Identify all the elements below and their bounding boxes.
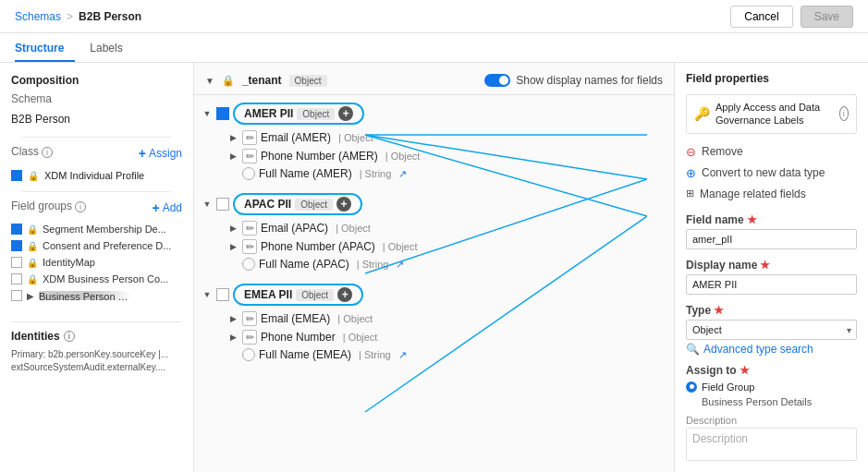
- expand-emea-phone-icon[interactable]: ▶: [227, 332, 238, 343]
- breadcrumb-separator: >: [67, 10, 73, 23]
- breadcrumb-current: B2B Person: [79, 10, 141, 23]
- emea-fullname-name: Full Name (EMEA): [259, 348, 351, 361]
- description-input[interactable]: Description: [686, 428, 857, 461]
- expand-amer-icon[interactable]: ▼: [202, 108, 213, 119]
- remove-icon: ⊖: [686, 145, 696, 159]
- manage-action[interactable]: ⊞ Manage related fields: [686, 184, 857, 204]
- field-groups-row: Field groups i + Add: [11, 200, 182, 216]
- display-names-toggle[interactable]: [484, 74, 510, 87]
- fg-item-4[interactable]: ▶ Business Person D...: [11, 288, 182, 303]
- amer-phone-field-icon: ✏: [242, 149, 257, 163]
- fg-item-2[interactable]: 🔒 IdentityMap: [11, 255, 182, 270]
- amer-group-oval[interactable]: AMER PII Object +: [233, 103, 364, 125]
- convert-action[interactable]: ⊕ Convert to new data type: [686, 163, 857, 184]
- assign-to-required: ★: [740, 364, 750, 377]
- type-select[interactable]: Object String Integer Boolean: [686, 320, 857, 340]
- right-panel: Field properties 🔑 Apply Access and Data…: [674, 63, 868, 472]
- center-panel: ▼ 🔒 _tenant Object Show display names fo…: [194, 63, 674, 472]
- apac-group-oval[interactable]: APAC PII Object +: [233, 193, 362, 215]
- field-name-input[interactable]: [686, 229, 857, 249]
- fg-checkbox-4[interactable]: [11, 290, 22, 301]
- remove-action[interactable]: ⊖ Remove: [686, 141, 857, 163]
- display-name-input[interactable]: [686, 274, 857, 295]
- apac-type-badge: Object: [295, 199, 333, 211]
- expand-emea-email-icon[interactable]: ▶: [227, 313, 238, 324]
- fg-item-3[interactable]: 🔒 XDM Business Person Co...: [11, 272, 182, 286]
- identity-ext: extSourceSystemAudit.externalKey....: [11, 361, 182, 374]
- cancel-button[interactable]: Cancel: [730, 6, 792, 28]
- lock-icon: 🔒: [28, 171, 39, 181]
- fg-label-4: Business Person D...: [39, 291, 131, 300]
- emea-email-type: | Object: [337, 313, 373, 324]
- amer-phone-type: | Object: [385, 151, 421, 162]
- fg-expand-4: ▶: [27, 291, 34, 301]
- emea-add-button[interactable]: +: [337, 287, 352, 302]
- center-header-left: ▼ 🔒 _tenant Object: [205, 74, 327, 87]
- assign-button[interactable]: + Assign: [139, 146, 182, 161]
- class-checkbox[interactable]: [11, 170, 22, 181]
- schema-name: B2B Person: [11, 109, 182, 129]
- type-section: Type ★ Object String Integer Boolean: [686, 304, 857, 340]
- expand-apac-phone-icon[interactable]: ▶: [227, 241, 238, 252]
- fg-label-2: IdentityMap: [43, 257, 95, 268]
- field-group-value: Business Person Details: [686, 394, 857, 409]
- save-button[interactable]: Save: [801, 6, 853, 28]
- fg-item-0[interactable]: 🔒 Segment Membership De...: [11, 222, 182, 236]
- amer-checkbox[interactable]: [216, 107, 229, 120]
- apply-governance-button[interactable]: 🔑 Apply Access and Data Governance Label…: [686, 94, 857, 134]
- field-name-section: Field name ★: [686, 213, 857, 249]
- breadcrumb-schemas[interactable]: Schemas: [15, 10, 61, 23]
- advanced-type-search[interactable]: 🔍 Advanced type search: [686, 340, 857, 358]
- amer-fullname-row: Full Name (AMER) | String ↗: [202, 165, 666, 182]
- emea-checkbox[interactable]: [216, 288, 229, 301]
- fg-checkbox-0[interactable]: [11, 224, 22, 235]
- expand-emea-icon[interactable]: ▼: [202, 289, 213, 300]
- expand-amer-phone-icon[interactable]: ▶: [227, 151, 238, 162]
- amer-add-button[interactable]: +: [338, 106, 353, 121]
- fg-checkbox-1[interactable]: [11, 240, 22, 251]
- fg-checkbox-2[interactable]: [11, 257, 22, 268]
- emea-fullname-link-icon[interactable]: ↗: [398, 349, 407, 361]
- tab-structure[interactable]: Structure: [15, 36, 75, 62]
- group-emea-header: ▼ EMEA PII Object +: [202, 280, 666, 309]
- expand-amer-email-icon[interactable]: ▶: [227, 132, 238, 143]
- group-emea: ▼ EMEA PII Object + ▶ ✏ Email (EMEA) | O…: [202, 280, 666, 363]
- field-groups-info-icon: i: [75, 201, 86, 212]
- fg-label-0: Segment Membership De...: [43, 224, 166, 235]
- tab-labels[interactable]: Labels: [90, 36, 133, 62]
- fg-checkbox-3[interactable]: [11, 273, 22, 284]
- expand-all-icon[interactable]: ▼: [205, 76, 214, 86]
- add-field-group-button[interactable]: + Add: [152, 200, 182, 215]
- breadcrumb: Schemas > B2B Person: [15, 10, 141, 23]
- expand-amer-fullname-icon: [227, 168, 238, 179]
- identities-info-icon: i: [64, 331, 75, 342]
- emea-email-name: Email (EMEA): [261, 312, 330, 325]
- amer-fullname-link-icon[interactable]: ↗: [398, 168, 407, 180]
- emea-group-oval[interactable]: EMEA PII Object +: [233, 284, 363, 306]
- field-name-required: ★: [747, 213, 757, 226]
- top-bar-actions: Cancel Save: [730, 6, 853, 28]
- emea-fullname-row: Full Name (EMEA) | String ↗: [202, 346, 666, 363]
- assign-to-label: Assign to ★: [686, 364, 857, 377]
- amer-email-name: Email (AMER): [261, 131, 331, 144]
- apac-phone-row: ▶ ✏ Phone Number (APAC) | Object: [202, 237, 666, 256]
- fg-item-1[interactable]: 🔒 Consent and Preference D...: [11, 238, 182, 253]
- apac-fullname-circle: [242, 258, 255, 271]
- apac-fullname-type: | String: [357, 259, 389, 270]
- apac-email-name: Email (APAC): [261, 222, 328, 235]
- tabs: Structure Labels: [0, 33, 868, 63]
- apac-add-button[interactable]: +: [336, 197, 351, 212]
- expand-apac-email-icon[interactable]: ▶: [227, 223, 238, 234]
- remove-label: Remove: [702, 145, 743, 158]
- apac-checkbox[interactable]: [216, 198, 229, 211]
- fg-label-3: XDM Business Person Co...: [43, 273, 168, 284]
- identities-section: Identities i Primary: b2b.personKey.sour…: [0, 330, 193, 374]
- amer-fullname-circle: [242, 167, 255, 180]
- amer-phone-name: Phone Number (AMER): [261, 150, 378, 163]
- radio-field-group[interactable]: Field Group: [686, 380, 857, 394]
- expand-apac-icon[interactable]: ▼: [202, 199, 213, 210]
- apac-fullname-link-icon[interactable]: ↗: [396, 259, 404, 271]
- class-name: XDM Individual Profile: [44, 170, 144, 181]
- governance-info-icon[interactable]: i: [839, 106, 849, 121]
- field-groups-list: 🔒 Segment Membership De... 🔒 Consent and…: [11, 222, 182, 303]
